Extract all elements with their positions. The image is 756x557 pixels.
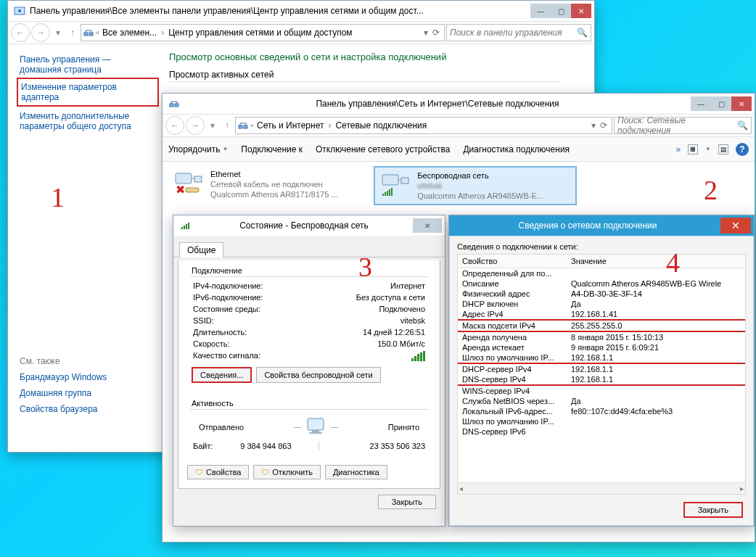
close-button[interactable]: ✕	[571, 4, 591, 18]
up-button[interactable]: ↑	[66, 23, 79, 42]
table-row[interactable]: Физический адресA4-DB-30-3E-3F-14	[458, 289, 745, 299]
crumb-net[interactable]: Сеть и Интернет	[255, 120, 325, 131]
table-row[interactable]: Аренда получена8 января 2015 г. 15:10:13	[458, 332, 745, 342]
tab-general[interactable]: Общие	[179, 242, 223, 257]
table-row[interactable]: DHCP-сервер IPv4192.168.1.1	[458, 364, 745, 374]
maximize-button[interactable]: ▢	[711, 96, 731, 111]
more-toolbar-icon[interactable]: »	[675, 144, 681, 154]
crumb-conns[interactable]: Сетевые подключения	[334, 120, 428, 131]
svg-rect-13	[401, 178, 408, 183]
table-row[interactable]: Аренда истекает9 января 2015 г. 6:09:21	[458, 342, 745, 352]
side-advanced-sharing[interactable]: Изменить дополнительные параметры общего…	[20, 111, 156, 131]
val-duration: 14 дней 12:26:51	[363, 328, 425, 337]
svg-rect-7	[244, 125, 247, 128]
win1-address[interactable]: « Все элемен... › Центр управления сетям…	[81, 24, 445, 41]
help-icon[interactable]: ?	[736, 143, 749, 156]
win1-sidebar: Панель управления — домашняя страница Из…	[8, 44, 160, 424]
link-browser-props[interactable]: Свойства браузера	[20, 404, 156, 414]
maximize-button[interactable]: ▢	[551, 4, 571, 18]
svg-rect-15	[385, 192, 386, 196]
back-button[interactable]: ←	[165, 116, 184, 135]
table-row[interactable]: Служба NetBIOS через...Да	[458, 396, 745, 406]
wireless-props-button[interactable]: Свойства беспроводной сети	[256, 367, 380, 383]
table-row[interactable]: Адрес IPv4192.168.1.41	[458, 309, 745, 321]
close-button[interactable]: ✕	[720, 218, 751, 234]
adapter-ethernet[interactable]: ✖ Ethernet Сетевой кабель не подключен Q…	[168, 166, 371, 202]
val-ipv4: Интернет	[390, 281, 425, 290]
crumb-center[interactable]: Центр управления сетями и общим доступом	[167, 28, 354, 38]
forward-button[interactable]: →	[186, 116, 205, 135]
win1-titlebar: Панель управления\Все элементы панели уп…	[8, 1, 594, 21]
recent-button[interactable]: ▾	[52, 23, 65, 42]
svg-rect-18	[391, 188, 393, 196]
diagnose-button[interactable]: Диагностика	[325, 465, 387, 479]
wifi-network: vitebsk	[417, 181, 543, 191]
cmd-connect[interactable]: Подключение к	[241, 144, 303, 154]
col-property[interactable]: Свойство	[458, 255, 567, 268]
side-change-adapter[interactable]: Изменение параметров адаптера	[21, 82, 155, 102]
cmd-organize[interactable]: Упорядочить▼	[168, 144, 228, 154]
cmd-disable[interactable]: Отключение сетевого устройства	[316, 144, 450, 154]
close-button[interactable]: ✕	[731, 96, 752, 111]
side-change-adapter-hl: Изменение параметров адаптера	[17, 78, 159, 107]
table-row[interactable]: WINS-сервер IPv4	[458, 386, 745, 396]
adapter-wifi[interactable]: Беспроводная сеть vitebsk Qualcomm Ather…	[374, 166, 577, 205]
minimize-button[interactable]: —	[691, 96, 711, 111]
signal-strength-icon	[411, 351, 425, 361]
back-button[interactable]: ←	[11, 23, 30, 42]
h-scrollbar[interactable]: ◂▸	[458, 482, 745, 494]
crumb-all[interactable]: Все элемен...	[101, 28, 158, 38]
win4-title: Сведения о сетевом подключении	[455, 220, 720, 231]
win2-address[interactable]: « Сеть и Интернет › Сетевые подключения …	[235, 117, 612, 134]
win2-search[interactable]: Поиск: Сетевые подключения 🔍	[614, 117, 752, 134]
table-row[interactable]: Шлюз по умолчанию IP...	[458, 416, 745, 426]
close-button-footer[interactable]: Закрыть	[378, 495, 436, 509]
ethernet-name: Ethernet	[210, 169, 338, 179]
table-row[interactable]: Шлюз по умолчанию IP...192.168.1.1	[458, 352, 745, 364]
close-button-footer[interactable]: Закрыть	[683, 502, 743, 518]
cmd-diag[interactable]: Диагностика подключения	[463, 144, 570, 154]
ethernet-icon: ✖	[173, 169, 205, 197]
table-row[interactable]: Определенный для по...	[458, 268, 745, 278]
table-row[interactable]: ОписаниеQualcomm Atheros AR9485WB-EG Wir…	[458, 278, 745, 289]
details-button[interactable]: Сведения...	[192, 367, 252, 383]
win1-search[interactable]: Поиск в панели управления 🔍	[446, 24, 591, 41]
svg-rect-6	[239, 125, 242, 128]
recent-button[interactable]: ▾	[206, 116, 219, 135]
forward-button[interactable]: →	[31, 23, 50, 42]
svg-rect-16	[387, 191, 388, 196]
link-firewall[interactable]: Брандмауэр Windows	[20, 372, 156, 382]
close-button[interactable]: ✕	[413, 218, 442, 233]
group-connection-label: Подключение	[192, 266, 427, 275]
table-row[interactable]: Локальный IPv6-адрес...fe80::107c:dd49:4…	[458, 406, 745, 416]
view-icons-button[interactable]: ▦	[688, 144, 698, 154]
win4-titlebar: Сведения о сетевом подключении ✕	[449, 215, 754, 236]
annotation-1: 1	[51, 181, 65, 213]
disable-button[interactable]: 🛡Отключить	[253, 465, 321, 479]
svg-point-1	[18, 9, 21, 12]
table-row[interactable]: DNS-сервер IPv6	[458, 426, 745, 437]
svg-rect-4	[170, 104, 173, 107]
val-media: Подключено	[379, 305, 425, 313]
win2-addrbar: ← → ▾ ↑ « Сеть и Интернет › Сетевые подк…	[163, 114, 755, 137]
win1-subheading: Просмотр активных сетей	[169, 70, 561, 82]
table-row[interactable]: DNS-сервер IPv4192.168.1.1	[458, 374, 745, 386]
svg-rect-12	[382, 175, 398, 185]
svg-rect-3	[89, 33, 93, 36]
ethernet-device: Qualcomm Atheros AR8171/8175 ...	[210, 189, 338, 199]
link-homegroup[interactable]: Домашняя группа	[20, 388, 156, 398]
win1-title: Панель управления\Все элементы панели уп…	[30, 6, 530, 16]
win2-cmdbar: Упорядочить▼ Подключение к Отключение се…	[163, 137, 755, 162]
svg-rect-8	[176, 173, 192, 183]
properties-button[interactable]: 🛡Свойства	[187, 465, 249, 479]
side-home[interactable]: Панель управления — домашняя страница	[20, 54, 156, 75]
table-row[interactable]: DHCP включенДа	[458, 299, 745, 309]
group-connection: Подключение IPv4-подключение:Интернет IP…	[184, 260, 434, 392]
preview-pane-button[interactable]: ▤	[718, 144, 728, 154]
col-value[interactable]: Значение	[567, 255, 745, 268]
search-icon: 🔍	[737, 120, 748, 131]
win2-title: Панель управления\Сеть и Интернет\Сетевы…	[184, 99, 691, 109]
minimize-button[interactable]: —	[530, 4, 551, 18]
table-row[interactable]: Маска подсети IPv4255.255.255.0	[458, 321, 745, 332]
up-button[interactable]: ↑	[221, 116, 234, 135]
